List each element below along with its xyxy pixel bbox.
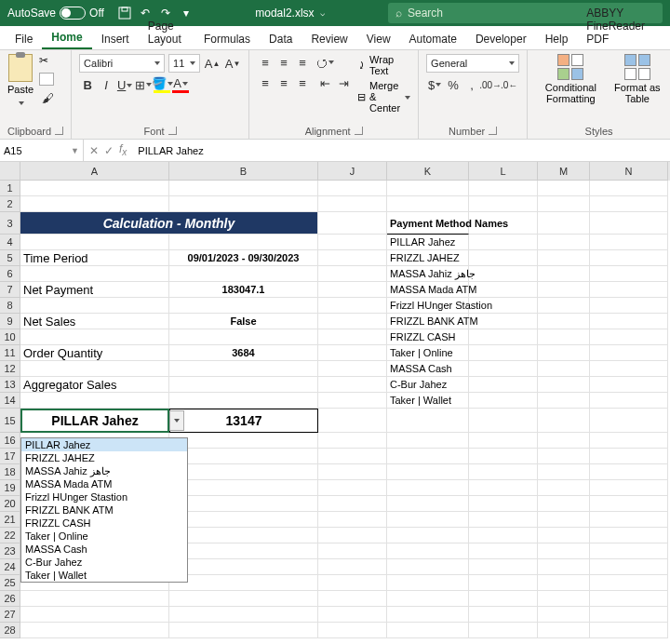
cell-M16[interactable] (538, 433, 590, 449)
align-right-icon[interactable]: ≡ (294, 74, 311, 91)
cell-M12[interactable] (538, 361, 590, 377)
dropdown-item[interactable]: Taker | Online (21, 530, 187, 543)
cell-M20[interactable] (538, 496, 590, 512)
cell-M1[interactable] (538, 181, 590, 196)
increase-decimal-icon[interactable]: .00→ (482, 76, 499, 93)
cell-K2[interactable] (387, 196, 469, 212)
row-header[interactable]: 3 (0, 212, 20, 235)
cell-L26[interactable] (469, 591, 538, 607)
cell-J19[interactable] (318, 480, 387, 496)
cell-N27[interactable] (590, 607, 668, 623)
cell-K16[interactable] (387, 433, 469, 449)
cell-L3[interactable] (469, 212, 538, 235)
cell-N11[interactable] (590, 345, 668, 361)
tab-view[interactable]: View (357, 29, 400, 49)
cell-B18[interactable] (169, 464, 318, 480)
cell-M5[interactable] (538, 250, 590, 266)
cell-B23[interactable] (169, 543, 318, 559)
cell-B26[interactable] (169, 591, 318, 607)
cell-A11[interactable]: Order Quantity (20, 345, 169, 361)
row-header[interactable]: 17 (0, 449, 20, 464)
row-header[interactable]: 5 (0, 250, 20, 266)
paste-button[interactable]: Paste (7, 54, 34, 108)
cell-N10[interactable] (590, 329, 668, 345)
dialog-launcher-icon[interactable] (489, 126, 497, 137)
conditional-formatting-button[interactable]: Conditional Formatting (535, 54, 607, 104)
cell-B17[interactable] (169, 449, 318, 464)
tab-abbyy[interactable]: ABBYY FineReader PDF (577, 3, 670, 49)
cell-K21[interactable] (387, 512, 469, 528)
cell-M3[interactable] (538, 212, 590, 235)
cell-A27[interactable] (20, 607, 169, 623)
cell-L17[interactable] (469, 449, 538, 464)
cell-B12[interactable] (169, 361, 318, 377)
cell-N3[interactable] (590, 212, 668, 235)
row-header[interactable]: 26 (0, 591, 20, 607)
cell-N18[interactable] (590, 464, 668, 480)
cell-A28[interactable] (20, 623, 169, 638)
cell-L9[interactable] (469, 314, 538, 329)
cell-K12[interactable]: MASSA Cash (387, 361, 469, 377)
cell-M14[interactable] (538, 393, 590, 409)
cell-N5[interactable] (590, 250, 668, 266)
cell-A10[interactable] (20, 329, 169, 345)
decrease-indent-icon[interactable]: ⇤ (316, 74, 333, 91)
cell-B8[interactable] (169, 298, 318, 314)
cell-J7[interactable] (318, 282, 387, 298)
cell-B4[interactable] (169, 235, 318, 250)
row-header[interactable]: 4 (0, 235, 20, 250)
align-bottom-icon[interactable]: ≡ (294, 54, 311, 71)
cell-L8[interactable] (469, 298, 538, 314)
formula-input[interactable]: PILLAR Jahez (132, 140, 670, 161)
dropdown-toggle-button[interactable] (169, 410, 184, 431)
cell-A1[interactable] (20, 181, 169, 196)
cell-L14[interactable] (469, 393, 538, 409)
cell-B20[interactable] (169, 496, 318, 512)
font-size-select[interactable]: 11 (168, 54, 200, 73)
cell-J20[interactable] (318, 496, 387, 512)
cell-J16[interactable] (318, 433, 387, 449)
cell-L28[interactable] (469, 623, 538, 638)
cell-N9[interactable] (590, 314, 668, 329)
tab-home[interactable]: Home (42, 27, 91, 49)
dropdown-item[interactable]: MASSA Jahiz جاهز (21, 464, 187, 477)
cell-M19[interactable] (538, 480, 590, 496)
cell-N22[interactable] (590, 528, 668, 543)
row-header[interactable]: 8 (0, 298, 20, 314)
col-header-k[interactable]: K (387, 162, 469, 181)
dropdown-item[interactable]: FRIZZL BANK ATM (21, 503, 187, 517)
cell-A2[interactable] (20, 196, 169, 212)
tab-formulas[interactable]: Formulas (194, 29, 260, 49)
align-center-icon[interactable]: ≡ (275, 74, 292, 91)
cell-J21[interactable] (318, 512, 387, 528)
row-header[interactable]: 28 (0, 623, 20, 638)
cell-J25[interactable] (318, 575, 387, 591)
cell-J12[interactable] (318, 361, 387, 377)
cell-K7[interactable]: MASSA Mada ATM (387, 282, 469, 298)
font-name-select[interactable]: Calibri (79, 54, 165, 73)
cell-M25[interactable] (538, 575, 590, 591)
cell-J17[interactable] (318, 449, 387, 464)
cell-M18[interactable] (538, 464, 590, 480)
cell-M2[interactable] (538, 196, 590, 212)
increase-font-icon[interactable]: A▲ (204, 55, 221, 72)
row-header[interactable]: 10 (0, 329, 20, 345)
cell-N28[interactable] (590, 623, 668, 638)
cell-B5[interactable]: 09/01/2023 - 09/30/2023 (169, 250, 318, 266)
row-header[interactable]: 1 (0, 181, 20, 196)
cell-A5[interactable]: Time Period (20, 250, 169, 266)
cell-N12[interactable] (590, 361, 668, 377)
cell-B25[interactable] (169, 575, 318, 591)
align-middle-icon[interactable]: ≡ (275, 54, 292, 71)
tab-developer[interactable]: Developer (466, 29, 536, 49)
align-left-icon[interactable]: ≡ (257, 74, 274, 91)
cell-M17[interactable] (538, 449, 590, 464)
cell-L16[interactable] (469, 433, 538, 449)
cell-J24[interactable] (318, 559, 387, 575)
cell-K27[interactable] (387, 607, 469, 623)
wrap-text-button[interactable]: ⤸Wrap Text (357, 54, 410, 76)
cell-K26[interactable] (387, 591, 469, 607)
row-header[interactable]: 15 (0, 409, 20, 433)
cell-A26[interactable] (20, 591, 169, 607)
cell-K4[interactable]: PILLAR Jahez (387, 235, 469, 250)
